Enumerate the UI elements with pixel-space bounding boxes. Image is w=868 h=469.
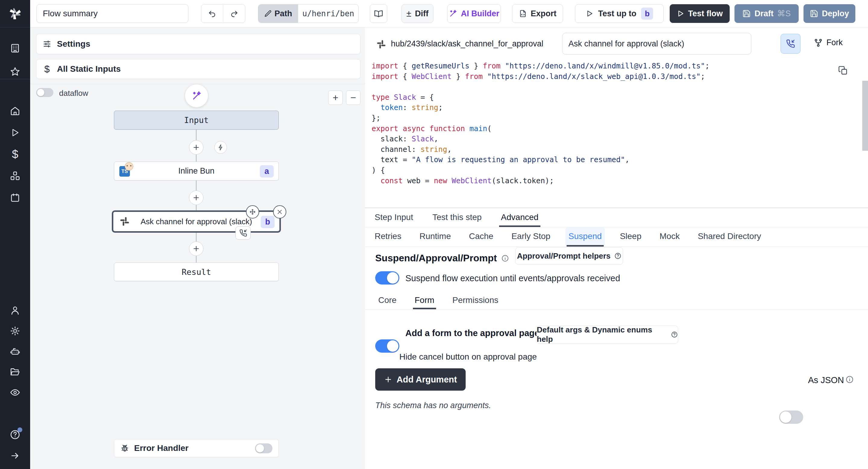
suspend-section-heading: Suspend/Approval/Prompt [375,253,509,264]
suspend-step-badge[interactable] [236,226,251,240]
undo-button[interactable] [201,4,223,23]
workers-robot-icon[interactable] [9,345,21,357]
error-handler-card[interactable]: Error Handler [114,439,279,457]
favorites-star-icon[interactable] [9,66,21,78]
audit-eye-icon[interactable] [9,386,21,399]
save-icon [742,9,751,18]
schedules-calendar-icon[interactable] [9,192,21,204]
tab-step-input[interactable]: Step Input [372,208,416,227]
flow-node-inline-bun[interactable]: TS Inline Bun a [114,162,279,181]
default-args-help-label: Default args & Dynamic enums help [537,325,667,344]
path-edit-button[interactable]: Path [258,4,298,23]
redo-button[interactable] [223,4,245,23]
add-trigger-button[interactable] [214,141,227,154]
user-icon[interactable] [9,305,21,316]
help-circle-icon [614,252,621,259]
fork-label: Fork [827,38,843,47]
export-label: Export [531,9,557,19]
tab-mock[interactable]: Mock [656,227,683,247]
draft-button[interactable]: Draft ⌘S [735,4,799,23]
code-editor[interactable]: import { getResumeUrls } from "https://d… [365,57,868,207]
deploy-button[interactable]: Deploy [804,4,855,23]
tab-form[interactable]: Form [412,291,437,309]
sidebar: $ [0,0,30,469]
approval-helpers-label: Approval/Prompt helpers [517,251,611,261]
approval-helpers-button[interactable]: Approval/Prompt helpers [516,247,623,264]
ai-builder-button[interactable]: AI Builder [447,4,501,23]
inline-bun-label: Inline Bun [178,166,214,176]
flow-node-input[interactable]: Input [114,111,279,130]
suspend-toggle[interactable] [375,271,399,285]
ai-wand-icon [449,9,457,18]
move-icon [249,209,256,215]
info-icon[interactable] [501,254,509,262]
tab-early-stop[interactable]: Early Stop [508,227,553,247]
tab-cache[interactable]: Cache [466,227,496,247]
test-up-to-button[interactable]: Test up to b [575,4,664,23]
step-name-input[interactable] [562,33,751,55]
step-id-badge-a: a [260,165,274,178]
add-form-toggle[interactable] [375,339,399,353]
panel-divider [30,84,365,84]
flow-node-result[interactable]: Result [114,262,279,281]
zoom-in-button[interactable]: + [328,90,343,105]
dataflow-toggle[interactable] [36,88,53,97]
ai-builder-label: AI Builder [461,9,499,19]
delete-step-button[interactable] [273,205,286,219]
tab-runtime[interactable]: Runtime [416,227,454,247]
help-icon[interactable] [9,429,21,441]
tab-permissions[interactable]: Permissions [450,291,501,309]
tab-sleep[interactable]: Sleep [617,227,645,247]
move-step-button[interactable] [246,205,259,219]
workspace-icon[interactable] [9,42,21,54]
bun-logo-icon [125,162,133,170]
home-icon[interactable] [9,105,21,117]
plus-icon [192,194,200,201]
static-inputs-card[interactable]: $ All Static Inputs [36,59,361,79]
approval-node-label: Ask channel for approval (slack) [141,217,252,226]
add-step-button-1[interactable] [189,140,204,155]
play-icon [677,10,684,18]
tab-retries[interactable]: Retries [372,227,404,247]
info-icon[interactable] [845,375,854,384]
diff-button[interactable]: ±Diff [401,4,433,23]
settings-gear-icon[interactable] [9,325,21,337]
windmill-logo[interactable] [0,0,30,27]
runs-play-icon[interactable] [9,127,21,139]
tab-shared-directory[interactable]: Shared Directory [695,227,764,247]
default-args-help-button[interactable]: Default args & Dynamic enums help [536,325,678,344]
test-flow-button[interactable]: Test flow [670,4,730,23]
error-handler-toggle[interactable] [255,443,273,453]
tab-core[interactable]: Core [375,291,400,309]
path-group[interactable]: Path u/henri/ben [258,4,359,23]
add-step-button-3[interactable] [189,242,204,256]
expand-sidebar-arrow-icon[interactable] [9,450,21,462]
tab-advanced[interactable]: Advanced [498,208,541,227]
code-scrollbar-thumb[interactable] [862,81,868,151]
flow-summary-input[interactable] [36,4,188,23]
file-export-icon [519,9,527,18]
draft-shortcut: ⌘S [777,9,791,19]
suspend-toggle-label: Suspend flow execution until events/appr… [405,273,620,283]
flow-settings-card[interactable]: Settings [36,34,361,54]
export-button[interactable]: Export [512,4,563,23]
test-up-to-label: Test up to [598,9,637,19]
save-icon [810,9,818,18]
variables-dollar-icon[interactable]: $ [9,148,21,160]
zoom-out-button[interactable]: − [346,90,361,105]
resources-cubes-icon[interactable] [9,170,21,182]
as-json-label: As JSON [808,375,844,385]
divider [365,247,868,247]
add-argument-button[interactable]: Add Argument [375,368,466,390]
tab-suspend[interactable]: Suspend [565,227,605,247]
add-step-button-2[interactable] [189,190,204,205]
suspend-indicator-button[interactable] [781,34,801,54]
close-icon [277,209,283,215]
docs-button[interactable] [370,4,387,23]
copy-code-icon[interactable] [838,66,848,75]
ai-flow-builder-button[interactable] [185,84,208,107]
fork-button[interactable]: Fork [814,38,843,47]
folders-icon[interactable] [9,366,21,378]
as-json-toggle[interactable] [779,410,803,424]
tab-test-this-step[interactable]: Test this step [430,208,485,227]
